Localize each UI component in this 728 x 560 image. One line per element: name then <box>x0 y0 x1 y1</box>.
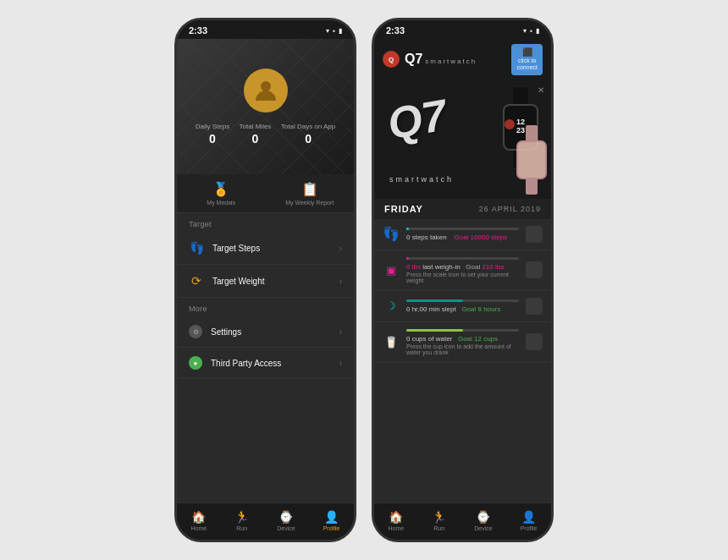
home-label-r: Home <box>389 525 405 531</box>
device-icon-r: ⌚ <box>476 510 490 524</box>
run-label: Run <box>236 525 247 531</box>
right-time: 2:33 <box>386 25 405 36</box>
target-section-header: Target <box>177 213 354 232</box>
weight-check <box>526 261 543 278</box>
medals-label: My Medals <box>207 200 235 206</box>
total-days-value: 0 <box>281 132 335 145</box>
device-icon: ⌚ <box>279 510 293 524</box>
report-label: My Weekly Report <box>285 200 334 206</box>
weight-goal: 210 lbs <box>482 263 504 271</box>
person-icon <box>252 77 279 104</box>
home-icon-r: 🏠 <box>389 510 403 524</box>
weekly-report-shortcut[interactable]: 📋 My Weekly Report <box>266 174 355 212</box>
connect-button[interactable]: ⬛ click toconnect <box>511 44 543 75</box>
third-party-chevron: › <box>339 359 342 368</box>
left-time: 2:33 <box>189 25 207 36</box>
steps-content: 0 steps taken Goal 10000 steps <box>406 228 519 241</box>
watch-logo: Q <box>383 51 400 68</box>
my-medals-shortcut[interactable]: 🏅 My Medals <box>177 174 266 212</box>
third-party-access-item[interactable]: ● Third Party Access › <box>177 348 354 379</box>
sleep-icon: ☽ <box>383 299 400 312</box>
signal-icon: ▪ <box>333 27 335 35</box>
connect-label: click toconnect <box>516 58 538 72</box>
date-full: 26 APRIL 2019 <box>479 205 541 213</box>
water-text: 0 cups of water Goal 12 cups <box>406 335 519 343</box>
daily-steps-value: 0 <box>196 132 229 145</box>
settings-item[interactable]: ⚙ Settings › <box>177 316 354 348</box>
close-icon[interactable]: ✕ <box>538 85 544 95</box>
right-status-icons: ▾ ▪ ▮ <box>523 27 539 35</box>
water-goal: Goal 12 cups <box>458 335 498 343</box>
sleep-check <box>526 298 543 315</box>
battery-icon: ▮ <box>339 27 342 35</box>
bluetooth-icon: ⬛ <box>522 47 532 57</box>
total-days-label: Total Days on App <box>281 123 335 130</box>
wifi-icon-r: ▾ <box>523 27 527 35</box>
left-status-bar: 2:33 ▾ ▪ ▮ <box>177 20 354 39</box>
run-icon: 🏃 <box>234 510 249 524</box>
wifi-icon: ▾ <box>326 27 329 35</box>
steps-text: 0 steps taken Goal 10000 steps <box>406 233 519 241</box>
right-nav-home[interactable]: 🏠 Home <box>389 510 405 531</box>
watch-header: Q Q7 smartwatch ⬛ click toconnect <box>374 39 551 80</box>
water-content: 0 cups of water Goal 12 cups Press the c… <box>406 329 519 355</box>
steps-bar-bg <box>406 228 519 230</box>
steps-check <box>526 226 543 243</box>
avatar <box>244 69 288 113</box>
sleep-text: 0 hr,00 min slept Goal 8 hours <box>406 305 519 313</box>
water-icon: 🥛 <box>383 336 400 349</box>
total-miles-value: 0 <box>240 132 272 145</box>
steps-metric: 👣 0 steps taken Goal 10000 steps <box>374 219 551 250</box>
target-weight-item[interactable]: ⟳ Target Weight › <box>177 265 354 298</box>
medal-icon: 🏅 <box>212 181 229 197</box>
settings-icon: ⚙ <box>189 325 202 338</box>
weight-bar <box>406 257 409 260</box>
sleep-value: 0 hr,00 min slept <box>406 305 456 313</box>
signal-icon-r: ▪ <box>530 27 532 35</box>
watch-brand: Q7 <box>405 52 422 67</box>
right-nav-run[interactable]: 🏃 Run <box>432 510 446 531</box>
weight-weigh-in: last weigh-in <box>422 263 460 271</box>
watch-banner: Q7 smartwatch ✕ 1223 <box>374 80 551 199</box>
left-nav-run[interactable]: 🏃 Run <box>234 510 249 531</box>
left-nav-device[interactable]: ⌚ Device <box>277 510 295 531</box>
third-party-icon: ● <box>189 356 202 370</box>
right-nav-profile[interactable]: 👤 Profile <box>521 510 538 531</box>
steps-bar <box>406 228 409 230</box>
weight-text: 0 lbs last weigh-in Goal 210 lbs <box>406 263 519 271</box>
sleep-bar-bg <box>406 299 519 302</box>
device-label-r: Device <box>474 525 492 531</box>
weight-metric: ▣ 0 lbs last weigh-in Goal 210 lbs Press… <box>374 250 551 291</box>
left-nav-home[interactable]: 🏠 Home <box>191 510 207 531</box>
banner-brand-text: smartwatch <box>389 175 454 184</box>
weight-subtext: Press the scale icon to set your current… <box>406 272 519 283</box>
third-party-label: Third Party Access <box>211 359 331 368</box>
right-bottom-nav: 🏠 Home 🏃 Run ⌚ Device 👤 Profile <box>374 502 551 540</box>
home-label: Home <box>191 525 207 531</box>
right-content: Q Q7 smartwatch ⬛ click toconnect Q7 sma… <box>374 39 551 502</box>
settings-chevron: › <box>339 327 342 337</box>
left-nav-profile[interactable]: 👤 Profile <box>323 510 340 531</box>
target-steps-item[interactable]: 👣 Target Steps › <box>177 232 354 265</box>
sleep-bar <box>406 299 463 302</box>
steps-icon: 👣 <box>383 226 400 242</box>
more-section-header: More <box>177 298 354 316</box>
total-miles-label: Total Miles <box>240 123 272 130</box>
daily-steps-label: Daily Steps <box>196 123 229 130</box>
daily-steps-stat: Daily Steps 0 <box>196 123 229 145</box>
water-subtext: Press the cup icon to add the amount of … <box>406 343 519 355</box>
weight-icon: ▣ <box>383 264 400 277</box>
watch-sub: smartwatch <box>425 58 477 65</box>
run-icon-r: 🏃 <box>432 510 446 524</box>
right-nav-device[interactable]: ⌚ Device <box>474 510 492 531</box>
target-weight-chevron: › <box>339 277 342 286</box>
stats-row: Daily Steps 0 Total Miles 0 Total Days o… <box>190 123 340 145</box>
banner-q7-text: Q7 <box>384 92 449 145</box>
weight-content: 0 lbs last weigh-in Goal 210 lbs Press t… <box>406 257 519 283</box>
settings-label: Settings <box>211 327 331 337</box>
watch-brand-group: Q7 smartwatch <box>405 52 477 67</box>
run-label-r: Run <box>433 525 444 531</box>
water-check <box>526 333 543 350</box>
target-weight-icon: ⟳ <box>189 273 204 288</box>
total-miles-stat: Total Miles 0 <box>240 123 272 145</box>
